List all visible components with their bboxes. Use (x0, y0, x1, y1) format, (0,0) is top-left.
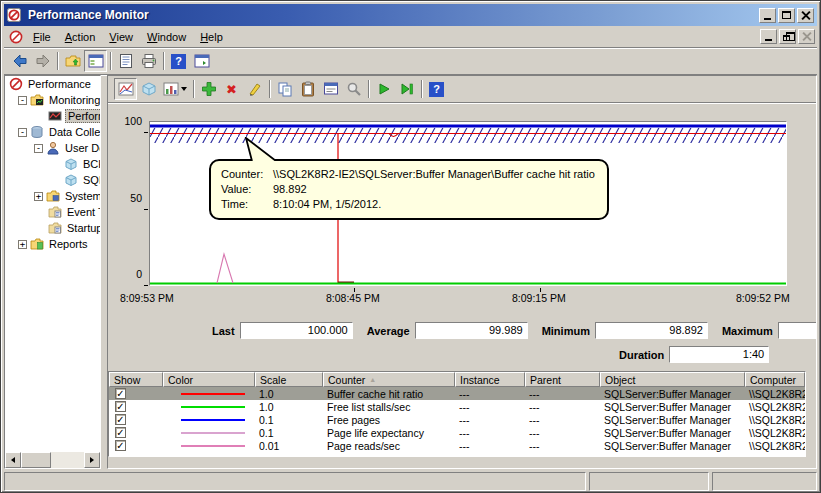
column-header-color[interactable]: Color (163, 372, 255, 387)
menu-help[interactable]: Help (193, 28, 230, 46)
scrollbar-track[interactable] (51, 452, 84, 468)
counter-row-free-list-stalls[interactable]: ✓ 1.0 Free list stalls/sec --- --- SQLSe… (109, 400, 805, 413)
tree-item-sql[interactable]: SQL (5, 172, 100, 188)
tree-item-bch[interactable]: BCH (5, 156, 100, 172)
scale-cell: 1.0 (255, 388, 323, 400)
menu-window[interactable]: Window (140, 28, 193, 46)
tree-horizontal-scrollbar[interactable] (5, 452, 100, 468)
column-header-scale[interactable]: Scale (255, 372, 323, 387)
tree-item-monitoring-tools[interactable]: - Monitoring (5, 92, 100, 108)
child-close-icon (802, 32, 811, 41)
collapse-expander[interactable]: - (18, 128, 27, 137)
tree-item-system[interactable]: + System (5, 188, 100, 204)
counter-row-buffer-cache-hit-ratio[interactable]: ✓ 1.0 Buffer cache hit ratio --- --- SQL… (109, 387, 805, 400)
copy-properties-button[interactable] (273, 78, 296, 100)
chart-plot-area[interactable]: Counter:\\SQL2K8R2-IE2\SQLServer:Buffer … (149, 121, 787, 286)
color-swatch (181, 406, 245, 408)
tree-item-startup-event-trace[interactable]: Startup (5, 220, 100, 236)
tree-item-reports[interactable]: + Reports (5, 236, 100, 252)
delete-counter-button[interactable]: ✖ (220, 78, 243, 100)
scroll-left-icon (11, 457, 15, 463)
up-one-level-button[interactable] (61, 50, 84, 72)
menu-action[interactable]: Action (58, 28, 103, 46)
maximize-button[interactable] (778, 8, 795, 23)
counter-list-header: Show Color Scale Counter▲ Instance Paren… (109, 372, 805, 387)
magnifier-icon (346, 81, 362, 97)
minimize-button[interactable] (759, 8, 776, 23)
show-checkbox[interactable]: ✓ (115, 388, 126, 399)
parent-cell: --- (525, 401, 600, 413)
object-cell: SQLServer:Buffer Manager (600, 401, 745, 413)
scrollbar-thumb[interactable] (21, 452, 51, 468)
chart-help-button[interactable]: ? (425, 78, 448, 100)
expand-expander[interactable]: + (34, 192, 43, 201)
tree-label: Monitoring (47, 94, 101, 106)
forward-button[interactable] (31, 50, 54, 72)
scroll-right-button[interactable] (84, 452, 100, 468)
color-swatch (181, 445, 245, 447)
column-header-parent[interactable]: Parent (525, 372, 600, 387)
expand-expander[interactable]: + (18, 240, 27, 249)
tree-item-performance-monitor[interactable]: Perform (5, 108, 100, 124)
performance-monitor-panel: ✖ ? 100 50 0 (107, 75, 817, 469)
highlight-button[interactable] (243, 78, 266, 100)
freeze-display-button[interactable] (372, 78, 395, 100)
counter-row-page-life-expectancy[interactable]: ✓ 0.1 Page life expectancy --- --- SQLSe… (109, 426, 805, 439)
x-axis-label-4: 8:09:52 PM (736, 292, 790, 304)
show-checkbox[interactable]: ✓ (115, 427, 126, 438)
properties-button[interactable] (319, 78, 342, 100)
child-minimize-button[interactable] (760, 29, 777, 44)
counter-row-free-pages[interactable]: ✓ 0.1 Free pages --- --- SQLServer:Buffe… (109, 413, 805, 426)
view-current-activity-button[interactable] (114, 78, 137, 100)
back-button[interactable] (8, 50, 31, 72)
instance-cell: --- (455, 414, 525, 426)
counter-row-page-reads[interactable]: ✓ 0.01 Page reads/sec --- --- SQLServer:… (109, 439, 805, 452)
console-tree-toggle-button[interactable] (84, 50, 107, 72)
zoom-button[interactable] (342, 78, 365, 100)
menu-view[interactable]: View (102, 28, 140, 46)
column-header-counter[interactable]: Counter▲ (323, 372, 455, 387)
show-checkbox[interactable]: ✓ (115, 414, 126, 425)
export-list-button[interactable] (114, 50, 137, 72)
column-header-object[interactable]: Object (600, 372, 745, 387)
event-trace-folder-icon (48, 205, 62, 219)
view-log-data-button[interactable] (137, 78, 160, 100)
update-data-button[interactable] (395, 78, 418, 100)
tree-label: SQL (81, 174, 101, 186)
tree-item-event-trace-sessions[interactable]: Event T (5, 204, 100, 220)
menu-file[interactable]: File (26, 28, 58, 46)
toolbar-separator (163, 52, 164, 70)
tree-item-data-collector-sets[interactable]: - Data Colle (5, 124, 100, 140)
main-toolbar: ? (4, 48, 817, 75)
free-pages-line (150, 125, 786, 128)
counter-cell: Page reads/sec (323, 440, 455, 452)
add-counter-button[interactable] (197, 78, 220, 100)
action-pane-toggle-button[interactable] (190, 50, 213, 72)
change-graph-type-button[interactable] (160, 78, 190, 100)
child-restore-button[interactable] (779, 29, 796, 44)
toolbar-separator (421, 80, 422, 98)
instance-cell: --- (455, 388, 525, 400)
show-checkbox[interactable]: ✓ (115, 401, 126, 412)
properties-window-icon (323, 81, 339, 97)
tooltip-time: 8:10:04 PM, 1/5/2012. (273, 197, 381, 212)
tree-label: Reports (47, 238, 90, 250)
minimum-value: 98.892 (595, 322, 708, 339)
collapse-expander[interactable]: - (18, 96, 27, 105)
paste-counter-list-button[interactable] (296, 78, 319, 100)
scale-cell: 0.1 (255, 427, 323, 439)
column-header-instance[interactable]: Instance (455, 372, 525, 387)
scroll-left-button[interactable] (5, 452, 21, 468)
column-header-show[interactable]: Show (109, 372, 163, 387)
close-button[interactable] (797, 8, 814, 23)
collapse-expander[interactable]: - (34, 144, 43, 153)
tree-item-user-defined[interactable]: - User De (5, 140, 100, 156)
tree-item-performance[interactable]: Performance (5, 76, 100, 92)
help-button[interactable]: ? (167, 50, 190, 72)
column-header-computer[interactable]: Computer (745, 372, 805, 387)
print-button[interactable] (137, 50, 160, 72)
step-forward-icon (400, 82, 414, 96)
toolbar-separator (368, 80, 369, 98)
maximize-icon (782, 11, 791, 19)
show-checkbox[interactable]: ✓ (115, 440, 126, 451)
